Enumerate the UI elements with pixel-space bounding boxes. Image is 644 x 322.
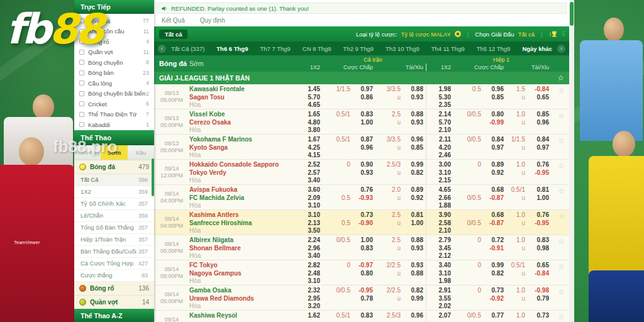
odds-1x2[interactable]: 2.96 — [295, 245, 323, 253]
odds-h1-over-under[interactable]: -0.98 — [528, 287, 552, 295]
home-team-name[interactable]: Kawasaki Frontale — [189, 86, 295, 94]
odds-draw-h1-1x2[interactable]: 2.15 — [426, 177, 453, 185]
odds-h1-over-under[interactable]: 0.76 — [528, 161, 552, 169]
odds-h1-over-under[interactable]: -0.84 — [528, 86, 552, 94]
odds-h1-handicap[interactable]: 0.85 — [484, 94, 506, 102]
odds-draw-1x2[interactable]: 3.20 — [295, 303, 323, 311]
odds-over-under[interactable]: 0.92 — [403, 194, 426, 203]
date-tab[interactable]: Tất Cả (337) — [171, 45, 204, 52]
favorite-star-icon[interactable]: ☆ — [558, 86, 565, 95]
odds-handicap[interactable]: -0.97 — [353, 262, 375, 270]
odds-h1-handicap[interactable]: 0.82 — [484, 270, 506, 278]
away-team-name[interactable]: Kyoto Sanga — [189, 144, 295, 152]
odds-h1-handicap[interactable]: 0.73 — [484, 287, 506, 295]
trophy-sort-icon[interactable] — [549, 30, 558, 38]
sidebar-filter-item[interactable]: Tất Cả 396 — [74, 174, 154, 186]
sidebar-item-bong-da[interactable]: Bóng đá 479 — [74, 160, 154, 174]
sidebar-sport-item[interactable]: Cricket 6 — [74, 99, 154, 109]
odds-h1-over-under[interactable]: 0.76 — [528, 211, 552, 219]
sidebar-sport-item[interactable]: Kabaddi 1 — [74, 119, 154, 130]
favorite-star-icon[interactable]: ☆ — [558, 287, 565, 296]
odds-h1-1x2[interactable]: 3.55 — [426, 295, 453, 303]
content-scrollbar[interactable] — [569, 0, 574, 322]
odds-1x2[interactable]: 4.80 — [295, 119, 323, 127]
odds-handicap[interactable]: 0.78 — [353, 295, 375, 303]
odds-handicap[interactable]: 0.97 — [353, 86, 375, 94]
odds-h1-1x2[interactable]: 3.45 — [426, 245, 453, 253]
odds-h1-handicap[interactable]: -0.87 — [484, 219, 506, 228]
home-team-name[interactable]: Avispa Fukuoka — [189, 186, 295, 194]
sidebar-tab-Xâu[interactable]: Xâu — [128, 145, 154, 160]
odds-h1-handicap[interactable]: -0.91 — [484, 245, 506, 253]
odds-1x2[interactable]: 2.24 — [295, 236, 323, 245]
odds-handicap[interactable]: 1.00 — [353, 119, 375, 127]
odds-h1-handicap[interactable]: 0.77 — [484, 312, 506, 320]
odds-h1-1x2[interactable]: 3.00 — [426, 161, 453, 169]
checkbox-icon[interactable] — [79, 70, 84, 75]
odds-1x2[interactable]: 5.70 — [295, 94, 323, 102]
odds-h1-handicap[interactable]: 0.96 — [484, 86, 506, 94]
home-team-name[interactable]: Albirex Niigata — [189, 236, 295, 245]
odds-over-under[interactable]: 0.82 — [403, 169, 426, 177]
odds-h1-over-under[interactable]: 0.83 — [528, 236, 552, 245]
favorite-star-icon[interactable]: ☆ — [558, 111, 565, 120]
away-team-name[interactable]: Nagoya Grampus — [189, 270, 295, 278]
odds-1x2[interactable]: 1.65 — [295, 111, 323, 119]
odds-h1-over-under[interactable]: 0.65 — [528, 94, 552, 102]
away-team-name[interactable]: Tokyo Verdy — [189, 169, 295, 177]
odds-handicap[interactable]: 0.93 — [353, 169, 375, 177]
odds-1x2[interactable]: 1.62 — [295, 312, 323, 320]
odds-draw-h1-1x2[interactable]: 2.10 — [426, 126, 453, 135]
odds-over-under[interactable]: 0.93 — [403, 245, 426, 253]
away-team-name[interactable]: Urawa Red Diamonds — [189, 295, 295, 303]
favorite-star-icon[interactable]: ☆ — [558, 136, 565, 145]
odds-h1-1x2[interactable]: 2.11 — [426, 136, 453, 144]
sidebar-filter-item[interactable]: Cược thắng 83 — [74, 270, 154, 282]
checkbox-icon[interactable] — [79, 122, 84, 127]
odds-draw-1x2[interactable]: 3.50 — [295, 227, 323, 235]
odds-h1-1x2[interactable]: 3.10 — [426, 169, 453, 177]
odds-handicap[interactable]: 0.86 — [353, 94, 375, 102]
odds-h1-1x2[interactable]: 5.30 — [426, 94, 453, 102]
fb88-logo[interactable]: fb88 — [6, 9, 102, 50]
checkbox-icon[interactable] — [79, 60, 84, 65]
odds-handicap[interactable]: 0.76 — [353, 186, 375, 194]
odds-over-under[interactable] — [403, 320, 426, 322]
league-star-icon[interactable]: ☆ — [557, 74, 564, 82]
odds-draw-h1-1x2[interactable]: 2.35 — [426, 101, 453, 109]
home-team-name[interactable]: Hokkaido Consadole Sapporo — [189, 161, 295, 169]
favorite-star-icon[interactable]: ☆ — [558, 187, 565, 196]
checkbox-icon[interactable] — [79, 112, 84, 117]
odds-1x2[interactable]: 1.45 — [295, 86, 323, 94]
odds-handicap[interactable]: 0.90 — [353, 161, 375, 169]
odds-h1-1x2[interactable] — [426, 320, 453, 322]
odds-over-under[interactable]: 0.88 — [403, 236, 426, 245]
sidebar-filter-item[interactable]: Tổng Số Bàn Thắng 357 — [74, 222, 154, 234]
odds-1x2[interactable]: 2.95 — [295, 295, 323, 303]
odds-h1-1x2[interactable]: 3.10 — [426, 270, 453, 278]
sidebar-item-basketball[interactable]: Bóng rổ 136 — [74, 282, 154, 296]
sidebar-item-tennis[interactable]: Quần vợt 14 — [74, 296, 154, 309]
sidebar-filter-item[interactable]: 1X2 359 — [74, 186, 154, 198]
away-team-name[interactable]: Shonan Bellmare — [189, 245, 295, 253]
odds-h1-handicap[interactable]: -0.87 — [484, 194, 506, 203]
odds-h1-handicap[interactable]: 0.68 — [484, 186, 506, 194]
odds-h1-over-under[interactable]: 0.84 — [528, 136, 552, 144]
odds-over-under[interactable]: 0.93 — [403, 119, 426, 127]
all-leagues-button[interactable]: Tất cả — [159, 30, 187, 39]
odds-over-under[interactable]: 0.89 — [403, 186, 426, 194]
odds-over-under[interactable]: 0.96 — [403, 312, 426, 320]
odds-h1-handicap[interactable]: 0.99 — [484, 262, 506, 270]
odds-h1-handicap[interactable]: 0.80 — [484, 111, 506, 119]
odds-h1-over-under[interactable]: 0.97 — [528, 144, 552, 152]
odds-draw-1x2[interactable]: 3.80 — [295, 126, 323, 135]
odds-h1-over-under[interactable]: -0.84 — [528, 270, 552, 278]
sidebar-filter-item[interactable]: Lẻ/Chẵn 359 — [74, 210, 154, 222]
odds-h1-over-under[interactable]: 0.79 — [528, 295, 552, 303]
odds-h1-handicap[interactable]: 0.89 — [484, 161, 506, 169]
content-scrollbar-thumb[interactable] — [570, 2, 574, 26]
odds-over-under[interactable]: 0.93 — [403, 94, 426, 102]
odds-over-under[interactable]: 1.00 — [403, 219, 426, 228]
favorite-star-icon[interactable]: ☆ — [558, 237, 565, 246]
odds-h1-over-under[interactable]: -0.95 — [528, 219, 552, 228]
